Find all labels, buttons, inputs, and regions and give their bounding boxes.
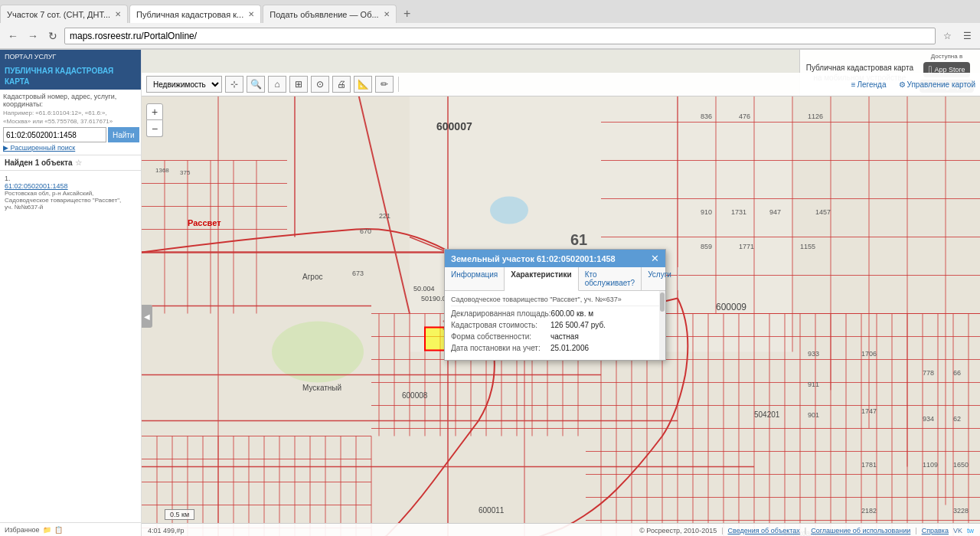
svg-text:933: 933 [808,350,819,358]
social-vk-icon[interactable]: VK [953,527,962,534]
tab-bar: Участок 7 сот. (СНТ, ДНТ... ✕ Публичная … [0,0,980,23]
svg-text:910: 910 [701,208,712,216]
popup-tab-characteristics[interactable]: Характеристики [505,267,578,291]
tab-2[interactable]: Публичная кадастровая к... ✕ [129,5,261,23]
toolbar-separator [398,77,399,92]
svg-text:600009: 600009 [716,302,746,312]
found-item-number: 1. [5,175,11,182]
popup-scrollbar[interactable] [659,291,665,360]
found-item-link[interactable]: 61:02:0502001:1458 [5,182,136,190]
popup-close-button[interactable]: ✕ [651,253,659,264]
tab-1-label: Участок 7 сот. (СНТ, ДНТ... [7,10,110,19]
zoom-in-button[interactable]: + [146,103,163,120]
svg-text:50190.0: 50190.0 [421,295,446,302]
popup-row-value: частная [550,332,579,341]
browser-chrome: Участок 7 сот. (СНТ, ДНТ... ✕ Публичная … [0,0,980,50]
folder-icon[interactable]: 📁 [43,526,51,534]
tab-2-label: Публичная кадастровая к... [136,10,243,19]
advanced-search-link[interactable]: ▶ Расширенный поиск [3,144,138,152]
popup-tab-services-provider[interactable]: Кто обслуживает? [579,267,642,290]
address-bar[interactable] [64,28,936,44]
svg-text:Мускатный: Мускатный [302,384,341,392]
sidebar-toggle-button[interactable]: ◀ [142,305,152,328]
popup-data-row: Кадастровая стоимость: 126 500.47 руб. [451,321,659,329]
legend-button[interactable]: ≡ Легенда [851,80,887,89]
popup-row-value: 126 500.47 руб. [550,321,606,329]
search-button[interactable]: Найти [108,127,139,142]
tool-zoom-in[interactable]: 🔍 [247,76,265,93]
svg-text:673: 673 [352,270,364,277]
bookmark-icon[interactable]: ☆ [939,28,956,44]
settings-icon[interactable]: ☰ [959,28,975,44]
tab-1-close[interactable]: ✕ [115,10,121,18]
tab-3[interactable]: Подать объявление — Об... ✕ [263,5,396,23]
popup-tab-info[interactable]: Информация [445,267,505,290]
found-item-desc3: уч. №№637-й [5,204,136,211]
popup-tab-services[interactable]: Услуги [642,267,678,290]
reload-button[interactable]: ↻ [44,28,61,44]
svg-text:778: 778 [923,369,934,377]
objects-link[interactable]: Сведения об объектах [728,527,800,534]
map-toolbar: Недвижимость ⊹ 🔍 ⌂ ⊞ ⊙ 🖨 📐 ✏ ≡ Легенда ⚙… [142,73,980,96]
social-twitter-icon[interactable]: tw [967,527,974,534]
tool-edit[interactable]: ✏ [375,76,394,93]
found-label-text: Найден 1 объекта [5,159,72,167]
tool-cursor[interactable]: ⊹ [225,76,243,93]
list-icon[interactable]: 📋 [54,526,63,534]
popup-title: Земельный участок 61:02:0502001:1458 [451,254,616,263]
tool-print[interactable]: 🖨 [332,76,351,93]
help-link[interactable]: Справка [922,527,949,534]
svg-text:1109: 1109 [923,461,938,469]
map-canvas[interactable]: 600007 61 600009 Рассвет Агрос Мускатный… [142,96,980,536]
popup-row-value: 25.01.2006 [550,344,589,352]
svg-text:504201: 504201 [754,410,780,419]
zoom-out-button[interactable]: − [146,120,163,137]
popup-data-row: Форма собственности: частная [451,332,659,341]
svg-text:Агрос: Агрос [302,273,322,281]
tab-1[interactable]: Участок 7 сот. (СНТ, ДНТ... ✕ [0,5,128,23]
back-button[interactable]: ← [5,28,21,44]
favorite-star-icon[interactable]: ☆ [75,159,82,167]
popup-tabs: Информация Характеристики Кто обслуживае… [445,267,665,291]
popup-data-row: Дата постановки на учет: 25.01.2006 [451,344,659,352]
svg-text:901: 901 [808,411,819,419]
svg-point-2 [490,197,528,224]
svg-text:600011: 600011 [479,506,505,515]
popup-row-label: Кадастровая стоимость: [451,321,550,329]
portal-title: ПУБЛИЧНАЯ КАДАСТРОВАЯ КАРТА [0,64,141,90]
new-tab-button[interactable]: + [398,5,416,23]
legend-icon: ≡ [851,80,856,89]
tool-search2[interactable]: ⊙ [311,76,329,93]
svg-text:859: 859 [701,243,712,250]
sep1: | [721,527,723,534]
tab-3-close[interactable]: ✕ [384,10,390,18]
search-hint1: Например: «61.6:10104:12», «61.6:», [3,109,138,116]
popup-scroll-thumb[interactable] [660,293,665,312]
svg-text:1747: 1747 [861,407,877,415]
forward-button[interactable]: → [24,28,41,44]
sidebar: ПОРТАЛ УСЛУГ ПУБЛИЧНАЯ КАДАСТРОВАЯ КАРТА… [0,50,142,536]
available-text: Доступна в [931,53,962,60]
status-right: © Росреестр, 2010-2015 | Сведения об объ… [639,527,974,534]
search-input[interactable] [3,127,106,142]
svg-text:375: 375 [180,169,191,176]
main-content: ПОРТАЛ УСЛУГ ПУБЛИЧНАЯ КАДАСТРОВАЯ КАРТА… [0,50,980,536]
scale-value: 0.5 км [170,511,189,518]
svg-text:1155: 1155 [800,243,815,250]
tab-2-close[interactable]: ✕ [248,10,254,18]
search-section: Кадастровый номер, адрес, услуги, коорди… [0,90,141,155]
svg-text:66: 66 [953,369,961,377]
manage-map-button[interactable]: ⚙ Управление картой [899,80,975,89]
popup-row-label: Дата постановки на учет: [451,344,550,352]
layer-dropdown[interactable]: Недвижимость [146,76,222,93]
svg-text:Рассвет: Рассвет [188,218,221,227]
map-area[interactable]: Публичная кадастровая карта на мобильном… [142,50,980,536]
svg-text:1457: 1457 [815,208,831,216]
tool-home[interactable]: ⌂ [268,76,286,93]
popup-body: Садоводческое товарищество "Рассвет", уч… [445,291,665,360]
tool-layers[interactable]: ⊞ [289,76,308,93]
copyright-text: © Росреестр, 2010-2015 [639,527,717,534]
agreement-link[interactable]: Соглашение об использовании [811,527,910,534]
tool-measure[interactable]: 📐 [354,76,372,93]
zoom-controls: + − [146,103,163,137]
